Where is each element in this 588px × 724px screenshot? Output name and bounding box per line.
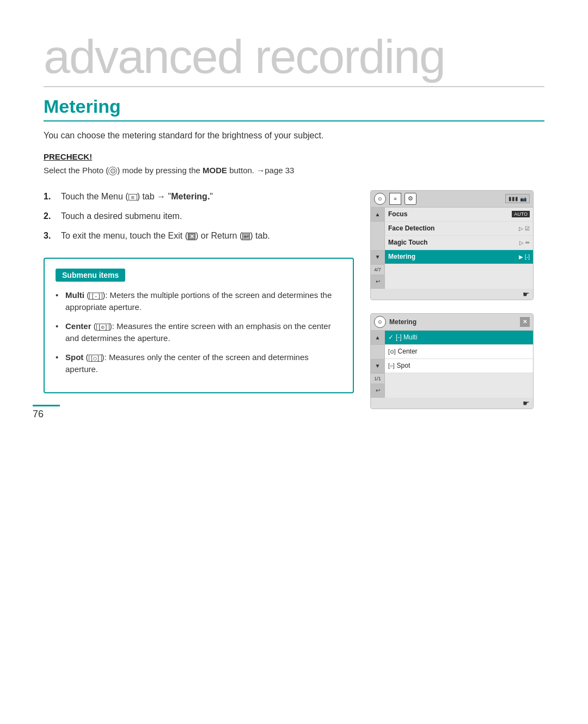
submenu-item-center: Center ([⊙]): Measures the entire screen… [56,320,342,345]
steps-list: 1. Touch the Menu (≡) tab → "Metering." … [44,190,354,242]
metering-item-multi[interactable]: ✓ [-] Multi [385,331,533,345]
menu-with-nav: ▲ ▼ 4/7 ↩ Focus AUTO Face Detection [371,208,533,289]
submenu-box: Submenu items Multi ([-]): Meters the mu… [44,258,354,393]
menu-row-focus: Focus AUTO [385,208,533,222]
center-row-label: Center [398,348,418,355]
photo-mode-icon: ⊙ [108,167,117,175]
page-number: 76 [33,405,60,420]
center-label: Center [65,321,91,331]
face-label: Face Detection [388,224,519,232]
precheck-label: PRECHECK! [44,152,544,161]
metering-rows-wrap: ▲ ▼ 1/1 ↩ ✓ [-] Multi [⊙] Center [371,331,533,398]
metering-nav-down[interactable]: ▼ [371,359,384,373]
menu-top-bar: ⊙ ≡ ⚙ ▮▮▮ 📷 [371,191,533,208]
return-icon: ↩ [242,233,250,240]
metering-link: Metering. [171,192,210,201]
nav-up-btn[interactable]: ▲ [371,208,384,222]
content-row: 1. Touch the Menu (≡) tab → "Metering." … [44,190,544,409]
menu-row-magic: Magic Touch ▷ ✏ [385,236,533,250]
spot-icon: [○] [89,355,102,362]
mode-bold: MODE [203,166,227,175]
main-title: advanced recording [44,33,544,87]
exit-icon: ✕ [188,233,195,240]
section-heading: Metering [44,96,544,121]
magic-label: Magic Touch [388,239,519,246]
gear-icon: ⚙ [405,193,416,205]
metering-item-center[interactable]: [⊙] Center [385,345,533,359]
page-container: advanced recording Metering You can choo… [0,0,588,442]
magic-value: ▷ ✏ [519,240,530,246]
focus-value: AUTO [512,211,530,217]
left-column: 1. Touch the Menu (≡) tab → "Metering." … [44,190,354,393]
step-2-text: Touch a desired submenu item. [61,210,182,223]
metering-label: Metering [388,253,519,260]
multi-icon: [-] [89,293,102,300]
step-2-number: 2. [44,210,56,223]
step-3-text: To exit the menu, touch the Exit (✕) or … [61,229,270,242]
description: You can choose the metering standard for… [44,129,544,142]
metering-screen: ⊙ Metering ✕ ▲ ▼ 1/1 ↩ ✓ [370,313,534,409]
step-1-number: 1. [44,190,56,203]
spot-label: Spot [65,352,83,362]
center-icon: [⊙] [96,324,109,331]
submenu-item-multi: Multi ([-]): Meters the multiple portion… [56,289,342,314]
submenu-title: Submenu items [56,269,125,282]
step-2: 2. Touch a desired submenu item. [44,210,354,223]
photo-icon-2: ⊙ [374,316,386,328]
menu-tab-icon: ≡ [128,194,137,200]
metering-nav-up[interactable]: ▲ [371,331,384,345]
menu-row-face: Face Detection ▷ ☑ [385,222,533,236]
metering-screen-title: Metering [389,318,517,326]
metering-return-btn[interactable]: ↩ [371,384,384,398]
metering-nav-col: ▲ ▼ 1/1 ↩ [371,331,385,398]
face-value: ▷ ☑ [519,226,530,232]
nav-down-btn[interactable]: ▼ [371,250,384,264]
step-1: 1. Touch the Menu (≡) tab → "Metering." [44,190,354,203]
metering-top-bar: ⊙ Metering ✕ [371,314,533,331]
photo-icon: ⊙ [374,193,386,205]
battery-icon: ▮▮▮ 📷 [505,194,530,203]
menu-content: Focus AUTO Face Detection ▷ ☑ Magic Touc… [385,208,533,289]
close-btn[interactable]: ✕ [520,317,530,327]
submenu-item-spot: Spot ([○]): Measures only the center of … [56,351,342,376]
menu-screen: ⊙ ≡ ⚙ ▮▮▮ 📷 ▲ ▼ 4/7 ↩ [370,190,534,300]
step-1-text: Touch the Menu (≡) tab → "Metering." [61,190,213,203]
check-multi-icon: ✓ [388,333,394,341]
spot-bracket-icon: [○] [388,363,395,369]
list-icon: ≡ [389,193,401,205]
submenu-items: Multi ([-]): Meters the multiple portion… [56,289,342,376]
metering-items: ✓ [-] Multi [⊙] Center [○] Spot [385,331,533,398]
nav-col: ▲ ▼ 4/7 ↩ [371,208,385,289]
menu-row-metering: Metering ▶ [-] [385,250,533,264]
step-3: 3. To exit the menu, touch the Exit (✕) … [44,229,354,242]
precheck-text: Select the Photo (⊙) mode by pressing th… [44,165,544,177]
touch-cursor-1: ☛ [371,289,533,300]
step-3-number: 3. [44,229,56,242]
metering-value: ▶ [-] [519,254,530,260]
metering-item-spot[interactable]: [○] Spot [385,359,533,373]
multi-row-label: [-] Multi [396,333,417,341]
spot-row-label: Spot [397,362,411,369]
multi-label: Multi [65,290,84,300]
nav-return-btn[interactable]: ↩ [371,275,384,289]
center-bracket-icon: [⊙] [388,349,396,355]
touch-cursor-2: ☛ [371,398,533,409]
right-column: ⊙ ≡ ⚙ ▮▮▮ 📷 ▲ ▼ 4/7 ↩ [370,190,544,409]
focus-label: Focus [388,210,512,218]
metering-page-indicator: 1/1 [371,373,384,384]
